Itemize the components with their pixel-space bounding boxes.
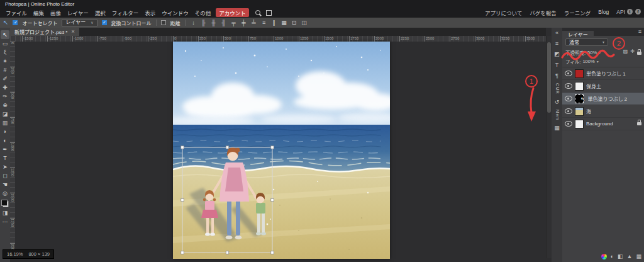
layer-row[interactable]: ↖ 単色塗りつぶし 1 <box>562 67 644 80</box>
brush-tool[interactable]: ✑ <box>1 92 9 101</box>
menu-edit[interactable]: 編集 <box>30 8 47 17</box>
clone-stamp-tool[interactable]: ⊕ <box>1 101 9 110</box>
zoom-level[interactable]: 16.19% <box>7 251 23 257</box>
layer-visibility-toggle[interactable] <box>565 121 572 127</box>
link-blog[interactable]: Blog <box>598 9 609 16</box>
healing-tool[interactable]: ✚ <box>1 83 9 92</box>
screen-mode-icon[interactable]: ◫ <box>301 18 308 27</box>
type-tool[interactable]: T <box>1 154 9 162</box>
menu-account[interactable]: アカウント <box>216 8 249 17</box>
layer-visibility-toggle[interactable] <box>565 108 572 114</box>
layer-thumbnail[interactable] <box>575 120 584 128</box>
layer-visibility-toggle[interactable] <box>565 96 572 101</box>
menu-file[interactable]: ファイル <box>3 8 30 17</box>
lasso-tool[interactable]: ξ <box>1 48 9 57</box>
character-panel-icon[interactable]: T <box>555 62 559 68</box>
pen-tool[interactable]: ✒ <box>1 145 9 154</box>
layer-row[interactable]: ↖ Background <box>562 118 644 130</box>
memory-panel-icon[interactable]: Mem <box>554 110 560 120</box>
color-swatches[interactable] <box>1 200 9 207</box>
scrollbar-thumb[interactable] <box>547 42 551 113</box>
eyedropper-tool[interactable]: ✐ <box>1 74 9 83</box>
navigator-panel-icon[interactable]: ▦ <box>554 125 560 131</box>
grid-icon[interactable]: ▦ <box>280 18 288 27</box>
close-icon[interactable]: × <box>71 29 74 35</box>
fill-row[interactable]: フィル: 100% ▾ <box>565 58 599 65</box>
more-tools-icon[interactable]: ⋯ <box>1 217 9 226</box>
distance-checkbox[interactable] <box>161 20 166 25</box>
theme-toggle-icon[interactable]: ◐ <box>611 253 614 259</box>
document-tab[interactable]: 新規プロジェクト.psd * × <box>10 28 79 36</box>
layer-row[interactable]: ↖ 保身土 <box>562 80 644 93</box>
snap-icon[interactable]: ⊡ <box>291 18 298 27</box>
properties-panel-icon[interactable]: ≡ <box>555 40 558 47</box>
link-api[interactable]: API <box>616 9 625 16</box>
align-right-icon[interactable]: ╢ <box>220 18 228 27</box>
hand-tool[interactable]: ☚ <box>1 180 9 189</box>
fullscreen-icon[interactable] <box>266 10 272 16</box>
crop-tool[interactable]: # <box>1 66 9 74</box>
link-learning[interactable]: ラーニング <box>564 9 591 16</box>
color-panel-icon[interactable]: CMR <box>554 83 560 94</box>
auto-select-checkbox[interactable] <box>13 20 18 25</box>
lock-transparency-icon[interactable]: ▨ <box>623 48 628 55</box>
magic-wand-tool[interactable]: ✶ <box>1 57 9 66</box>
lock-position-icon[interactable]: ✛ <box>630 48 635 55</box>
menu-filter[interactable]: フィルター <box>109 8 142 17</box>
layer-thumbnail[interactable] <box>575 82 584 91</box>
menu-layer[interactable]: レイヤー <box>64 8 92 17</box>
fill-value[interactable]: 100% <box>582 59 594 64</box>
download-icon[interactable]: ↓ <box>190 18 197 27</box>
menu-window[interactable]: ウインドウ <box>158 8 192 17</box>
layer-row[interactable]: ↖ 単色塗りつぶし 2 <box>562 93 644 105</box>
menu-more[interactable]: その他 <box>192 8 214 17</box>
align-top-icon[interactable]: ╤ <box>230 18 238 27</box>
dodge-tool[interactable]: ◐ <box>1 136 9 145</box>
adjustments-panel-icon[interactable]: ◩ <box>554 51 560 57</box>
align-middle-vertical-icon[interactable]: ╪ <box>240 18 248 27</box>
eraser-tool[interactable]: ◪ <box>1 110 9 118</box>
search-icon[interactable] <box>255 10 260 15</box>
gradient-tool[interactable]: ▥ <box>1 118 9 127</box>
blur-tool[interactable]: ◗ <box>1 127 9 136</box>
menu-view[interactable]: 表示 <box>142 8 158 17</box>
expand-icon[interactable]: ▲ <box>627 253 633 259</box>
foreground-color-swatch[interactable] <box>1 200 8 206</box>
layer-visibility-toggle[interactable] <box>565 71 572 76</box>
opacity-row[interactable]: 不透明度: 50% ▾ <box>565 49 601 56</box>
link-about[interactable]: アプリについて <box>485 9 522 16</box>
transform-controls-checkbox[interactable] <box>102 20 107 25</box>
move-tool[interactable]: ↖ <box>1 30 9 39</box>
opacity-value[interactable]: 50% <box>587 50 597 55</box>
collapse-panels-icon[interactable]: « <box>555 30 558 36</box>
document-canvas[interactable] <box>173 42 390 259</box>
distribute-vertical-icon[interactable]: ∥ <box>270 18 278 27</box>
layer-visibility-toggle[interactable] <box>565 83 572 89</box>
panel-menu-icon[interactable]: ≡ <box>638 28 641 35</box>
path-select-tool[interactable]: ➤ <box>1 162 9 171</box>
history-panel-icon[interactable]: ↺ <box>555 99 560 105</box>
link-report-bug[interactable]: バグを報告 <box>530 9 557 16</box>
color-wheel-icon[interactable] <box>601 254 607 259</box>
menu-select[interactable]: 選択 <box>92 8 109 17</box>
layer-row[interactable]: ↖ 海 <box>562 105 644 118</box>
lock-all-icon[interactable] <box>637 52 641 55</box>
menu-image[interactable]: 画像 <box>47 8 64 17</box>
layer-thumbnail[interactable] <box>575 69 584 78</box>
align-bottom-icon[interactable]: ╧ <box>250 18 258 27</box>
distribute-horizontal-icon[interactable]: ≡ <box>260 18 268 27</box>
zoom-tool[interactable]: ◎ <box>1 189 9 198</box>
vertical-scrollbar[interactable] <box>546 36 552 258</box>
twitter-icon[interactable]: t <box>627 9 633 14</box>
layer-thumbnail[interactable] <box>575 107 584 116</box>
align-center-horizontal-icon[interactable]: ╫ <box>210 18 218 27</box>
grid-view-icon[interactable]: ▦ <box>636 253 641 259</box>
align-left-icon[interactable]: ╟ <box>200 18 208 27</box>
blend-mode-select[interactable]: 通常 ▾ <box>565 38 608 46</box>
shape-tool[interactable]: ◻ <box>1 171 9 180</box>
target-select[interactable]: レイヤー ∨ <box>62 19 97 27</box>
quick-mask-icon[interactable]: ◨ <box>1 208 9 217</box>
facebook-icon[interactable]: f <box>635 9 641 14</box>
paragraph-panel-icon[interactable]: ¶ <box>555 72 558 79</box>
marquee-select-tool[interactable]: ▭ <box>1 39 9 48</box>
